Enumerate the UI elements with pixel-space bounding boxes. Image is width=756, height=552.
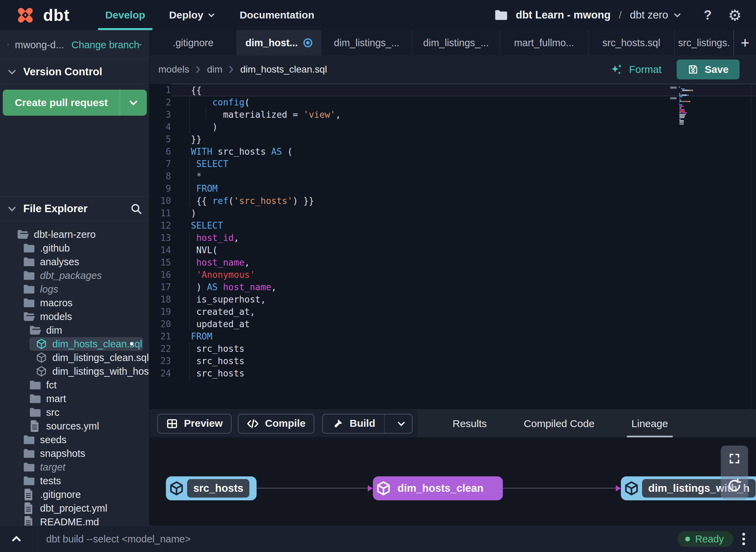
- code-line-5[interactable]: 5}}: [149, 133, 756, 145]
- tree-item-dim[interactable]: dim: [0, 323, 149, 337]
- preview-button[interactable]: Preview: [157, 414, 232, 434]
- editor-minimap[interactable]: [679, 87, 724, 125]
- code-editor[interactable]: 1{{2 config(3 materialized = 'view',4 )5…: [149, 84, 756, 409]
- file-explorer-header[interactable]: File Explorer: [0, 197, 149, 221]
- code-line-11[interactable]: 11): [149, 207, 756, 219]
- change-branch-link[interactable]: Change branch: [71, 39, 139, 51]
- code-line-18[interactable]: 18 is_superhost,: [149, 293, 756, 306]
- code-line-23[interactable]: 23 src_hosts: [149, 355, 756, 367]
- panel-tab-lineage[interactable]: Lineage: [631, 410, 668, 437]
- nav-develop-label: Develop: [105, 9, 145, 21]
- code-line-10[interactable]: 10 {{ ref('src_hosts') }}: [149, 195, 756, 207]
- panel-tab-compiled-code[interactable]: Compiled Code: [524, 410, 595, 437]
- code-line-15[interactable]: 15 host_name,: [149, 256, 756, 269]
- save-button[interactable]: Save: [677, 60, 740, 79]
- tree-item-snapshots[interactable]: snapshots: [0, 447, 149, 460]
- code-line-17[interactable]: 17 ) AS host_name,: [149, 281, 756, 293]
- code-line-6[interactable]: 6WITH src_hosts AS (: [149, 145, 756, 158]
- model-cube-icon: [624, 480, 639, 496]
- panel-tab-results[interactable]: Results: [453, 410, 487, 437]
- new-tab-button[interactable]: +: [734, 30, 756, 55]
- line-number: 12: [149, 219, 171, 232]
- editor-scrollbar[interactable]: [751, 84, 751, 409]
- code-line-1[interactable]: 1{{: [149, 84, 756, 96]
- create-pull-request-label[interactable]: Create pull request: [3, 90, 120, 116]
- build-button-main[interactable]: Build: [323, 414, 384, 433]
- format-button[interactable]: Format: [610, 63, 662, 76]
- tree-item-dim-listings-clean.sql[interactable]: dim_listings_clean.sql: [0, 351, 149, 364]
- tree-item-readme.md[interactable]: README.md: [0, 515, 149, 526]
- search-icon[interactable]: [130, 203, 142, 215]
- code-line-21[interactable]: 21FROM: [149, 330, 756, 343]
- tree-item-dbt-packages[interactable]: dbt_packages: [0, 269, 149, 282]
- tab-src-hosts.sql[interactable]: src_hosts.sql: [588, 30, 675, 55]
- code-line-13[interactable]: 13 host_id,: [149, 232, 756, 244]
- breadcrumb-dim[interactable]: dim: [207, 64, 222, 75]
- tab-src-listings.[interactable]: src_listings.: [675, 30, 734, 55]
- tree-item-sources.yml[interactable]: sources.yml: [0, 419, 149, 433]
- code-line-12[interactable]: 12SELECT: [149, 219, 756, 232]
- help-icon[interactable]: ?: [704, 8, 712, 23]
- code-line-7[interactable]: 7 SELECT: [149, 158, 756, 170]
- nav-develop[interactable]: Develop: [97, 0, 154, 30]
- tab-dim-host...[interactable]: dim_host...: [237, 30, 322, 55]
- code-line-20[interactable]: 20 updated_at: [149, 318, 756, 330]
- code-icon: [247, 418, 259, 429]
- tree-item-mart[interactable]: mart: [0, 392, 149, 406]
- code-line-8[interactable]: 8 *: [149, 170, 756, 182]
- tree-item-dim-listings-with-hosts...[interactable]: dim_listings_with_hosts...: [0, 364, 149, 378]
- folder-open-icon: [29, 325, 41, 335]
- gear-icon[interactable]: ⚙: [728, 7, 742, 24]
- nav-documentation[interactable]: Documentation: [231, 0, 322, 30]
- expand-command-bar-button[interactable]: [0, 526, 33, 552]
- build-dropdown[interactable]: [391, 414, 412, 433]
- tree-item-logs[interactable]: logs: [0, 282, 149, 296]
- code-line-24[interactable]: 24 src_hosts: [149, 367, 756, 380]
- code-line-16[interactable]: 16 'Anonymous': [149, 269, 756, 281]
- command-input[interactable]: dbt build --select <model_name>: [46, 534, 191, 545]
- tree-item-.github[interactable]: .github: [0, 241, 149, 255]
- tab-mart-fullmo...[interactable]: mart_fullmo...: [500, 30, 588, 55]
- book-icon[interactable]: [139, 39, 142, 51]
- tree-item-fct[interactable]: fct: [0, 378, 149, 392]
- code-line-14[interactable]: 14 NVL(: [149, 244, 756, 256]
- folder-icon: [23, 448, 35, 459]
- tab-label: .gitignore: [173, 37, 213, 49]
- build-button[interactable]: Build: [322, 414, 413, 434]
- tree-item-dbt-project.yml[interactable]: dbt_project.yml: [0, 501, 149, 515]
- breadcrumb-models[interactable]: models: [158, 64, 189, 75]
- code-line-2[interactable]: 2 config(: [149, 96, 756, 108]
- lineage-node-src-hosts[interactable]: src_hosts: [166, 476, 257, 500]
- tab-dim-listings-...[interactable]: dim_listings_...: [322, 30, 412, 55]
- tree-item-macros[interactable]: macros: [0, 296, 149, 310]
- code-line-22[interactable]: 22 src_hosts: [149, 343, 756, 355]
- tab-dim-listings-...[interactable]: dim_listings_...: [412, 30, 500, 55]
- tree-item-dim-hosts-clean.sql[interactable]: dim_hosts_clean.sql: [0, 337, 149, 351]
- tree-item-dbt-learn-zero[interactable]: dbt-learn-zero: [0, 228, 149, 241]
- tree-item-src[interactable]: src: [0, 406, 149, 419]
- tree-item-seeds[interactable]: seeds: [0, 433, 149, 447]
- kebab-menu-icon[interactable]: [742, 533, 745, 545]
- create-pull-request-button[interactable]: Create pull request: [3, 90, 147, 116]
- refresh-icon[interactable]: [727, 478, 742, 493]
- tab-.gitignore[interactable]: .gitignore: [149, 30, 237, 55]
- create-pull-request-dropdown[interactable]: [120, 90, 147, 116]
- hammer-icon: [332, 418, 343, 429]
- tree-item-target[interactable]: target: [0, 460, 149, 474]
- tree-item-analyses[interactable]: analyses: [0, 255, 149, 269]
- code-line-9[interactable]: 9 FROM: [149, 182, 756, 195]
- version-control-header[interactable]: Version Control: [0, 60, 149, 84]
- code-line-19[interactable]: 19 created_at,: [149, 306, 756, 318]
- dbt-logo[interactable]: dbt: [12, 4, 70, 26]
- fullscreen-icon[interactable]: [728, 452, 741, 465]
- project-selector[interactable]: dbt Learn - mwong / dbt zero ? ⚙: [495, 7, 742, 24]
- tree-item-.gitignore[interactable]: .gitignore: [0, 488, 149, 501]
- tree-item-models[interactable]: models: [0, 310, 149, 323]
- nav-deploy[interactable]: Deploy: [161, 0, 224, 30]
- tree-item-tests[interactable]: tests: [0, 474, 149, 488]
- code-line-4[interactable]: 4 ): [149, 121, 756, 133]
- lineage-canvas[interactable]: src_hostsdim_hosts_cleandim_listings_wit…: [149, 437, 756, 526]
- code-line-3[interactable]: 3 materialized = 'view',: [149, 108, 756, 121]
- compile-button[interactable]: Compile: [238, 414, 314, 434]
- lineage-node-dim-hosts-clean[interactable]: dim_hosts_clean: [373, 476, 503, 500]
